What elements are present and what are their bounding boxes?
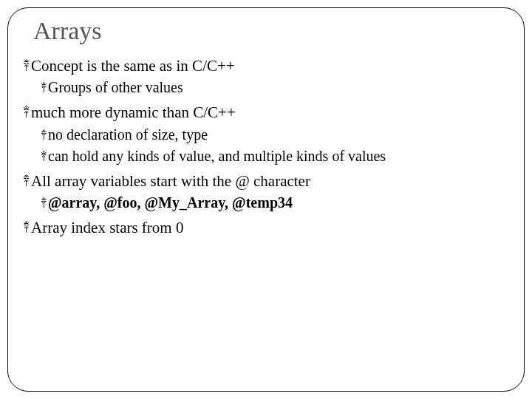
- bullet-icon: ༒: [23, 175, 30, 188]
- bullet-list: ༒Concept is the same as in C/C++༒Groups …: [23, 55, 509, 238]
- list-item: ༒All array variables start with the @ ch…: [23, 171, 509, 191]
- list-item-label: much more dynamic than C/C++: [31, 103, 236, 121]
- list-item-label: no declaration of size, type: [48, 126, 208, 143]
- slide-title: Arrays: [33, 17, 509, 45]
- list-item-label: can hold any kinds of value, and multipl…: [48, 148, 386, 164]
- list-item: ༒Groups of other values: [41, 78, 509, 98]
- list-item-label: @array, @foo, @My_Array, @temp34: [48, 194, 293, 211]
- bullet-icon: ༒: [23, 60, 30, 72]
- bullet-icon: ༒: [41, 151, 47, 162]
- list-item-label: All array variables start with the @ cha…: [31, 172, 310, 190]
- list-item-label: Groups of other values: [48, 79, 183, 95]
- bullet-icon: ༒: [23, 222, 30, 234]
- bullet-icon: ༒: [41, 197, 47, 208]
- list-item: ༒much more dynamic than C/C++: [23, 102, 509, 123]
- list-item: ༒@array, @foo, @My_Array, @temp34: [41, 193, 509, 213]
- list-item: ༒Array index stars from 0: [23, 217, 509, 238]
- list-item: ༒can hold any kinds of value, and multip…: [41, 146, 509, 166]
- bullet-icon: ༒: [41, 129, 47, 140]
- bullet-icon: ༒: [23, 106, 30, 119]
- list-item: ༒Concept is the same as in C/C++: [23, 55, 509, 76]
- list-item-label: Concept is the same as in C/C++: [31, 57, 235, 75]
- list-item-label: Array index stars from 0: [31, 219, 183, 236]
- list-item: ༒no declaration of size, type: [41, 125, 509, 145]
- bullet-icon: ༒: [41, 82, 47, 93]
- slide-frame: Arrays ༒Concept is the same as in C/C++༒…: [7, 7, 525, 392]
